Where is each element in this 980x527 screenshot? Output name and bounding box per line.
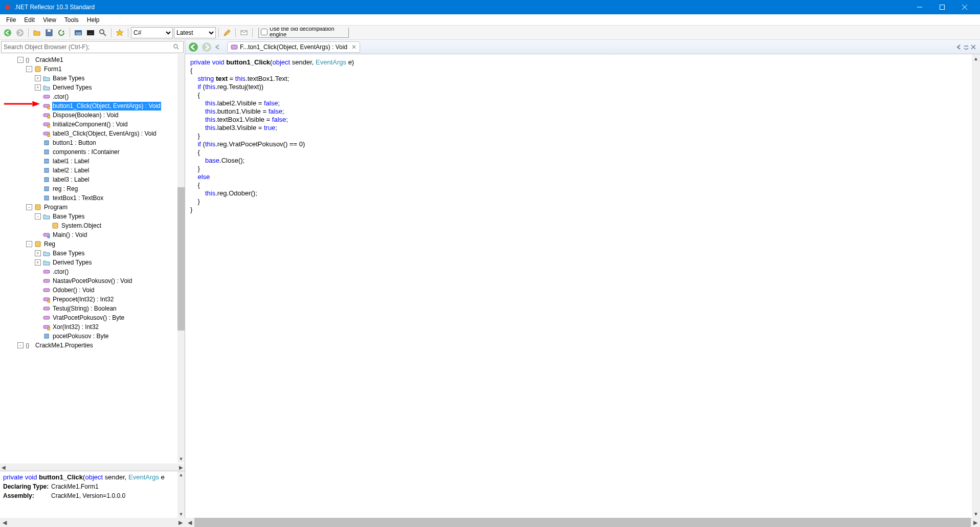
tree-expander[interactable]: - bbox=[26, 66, 32, 72]
tree-item[interactable]: -{}CrackMe1 bbox=[0, 55, 177, 64]
right-hscroll-right[interactable]: ▶ bbox=[971, 518, 980, 527]
tree-item[interactable]: pocetPokusov : Byte bbox=[0, 332, 177, 341]
nav-back-button[interactable] bbox=[2, 27, 13, 38]
left-hscroll[interactable]: ◀ ▶ bbox=[0, 518, 185, 527]
nav-fwd-button[interactable] bbox=[14, 27, 26, 38]
tree-expander[interactable]: - bbox=[26, 241, 32, 247]
menu-file[interactable]: File bbox=[2, 15, 20, 25]
code-scroll-up[interactable]: ▲ bbox=[972, 54, 980, 62]
methodp-icon bbox=[43, 112, 50, 119]
tree-expander[interactable]: + bbox=[35, 250, 41, 256]
code-vscroll[interactable]: ▲ ▼ bbox=[972, 54, 980, 518]
left-hscroll-right[interactable]: ▶ bbox=[176, 518, 185, 527]
tree-scroll-down[interactable]: ▼ bbox=[177, 455, 185, 463]
details-scroll-up[interactable]: ▲ bbox=[177, 471, 185, 478]
tree-item[interactable]: -Program bbox=[0, 203, 177, 212]
search-icon[interactable] bbox=[97, 27, 108, 38]
code-tab[interactable]: F...ton1_Click(Object, EventArgs) : Void… bbox=[227, 41, 360, 53]
tree-item[interactable]: button1_Click(Object, EventArgs) : Void bbox=[0, 101, 177, 111]
tree-item[interactable]: label3 : Label bbox=[0, 175, 177, 184]
tree-item[interactable]: .ctor() bbox=[0, 267, 177, 276]
search-input[interactable]: Search Object Browser (Ctrl-F); bbox=[1, 41, 184, 53]
code-nav-back[interactable] bbox=[187, 41, 199, 53]
tree-item[interactable]: +Derived Types bbox=[0, 83, 177, 92]
code-icon[interactable]: ··· bbox=[85, 27, 96, 38]
tree-item[interactable]: .ctor() bbox=[0, 92, 177, 101]
ab-icon[interactable]: AB bbox=[73, 27, 84, 38]
tree-item[interactable]: +Base Types bbox=[0, 74, 177, 83]
minimize-button[interactable] bbox=[908, 0, 931, 14]
tree-item[interactable]: NastavPocetPokusov() : Void bbox=[0, 276, 177, 286]
tab-prev-icon[interactable] bbox=[956, 45, 962, 50]
engine-checkbox[interactable]: Use the old decompilation engine bbox=[258, 28, 349, 38]
tree-expander[interactable]: - bbox=[26, 204, 32, 210]
code-nav-fwd[interactable] bbox=[201, 41, 213, 53]
tree-expander[interactable]: + bbox=[35, 259, 41, 266]
maximize-button[interactable] bbox=[931, 0, 953, 14]
engine-checkbox-input[interactable] bbox=[261, 29, 268, 35]
left-hscroll-left[interactable]: ◀ bbox=[0, 518, 9, 527]
tree-hscroll-right[interactable]: ▶ bbox=[177, 464, 185, 471]
tree-item[interactable]: Testuj(String) : Boolean bbox=[0, 304, 177, 313]
method-icon bbox=[43, 314, 50, 321]
details-scroll-down[interactable]: ▼ bbox=[177, 511, 185, 518]
tree-item[interactable]: components : IContainer bbox=[0, 147, 177, 157]
menu-tools[interactable]: Tools bbox=[60, 15, 83, 25]
tree-expander[interactable]: + bbox=[35, 75, 41, 81]
tree-expander[interactable]: + bbox=[35, 84, 41, 91]
tree-item[interactable]: -{}CrackMe1.Properties bbox=[0, 341, 177, 350]
tree-expander[interactable]: - bbox=[35, 213, 41, 219]
tree-item[interactable]: Xor(Int32) : Int32 bbox=[0, 322, 177, 332]
save-button[interactable] bbox=[43, 27, 55, 38]
menu-edit[interactable]: Edit bbox=[20, 15, 39, 25]
tree-item[interactable]: Dispose(Boolean) : Void bbox=[0, 111, 177, 120]
refresh-button[interactable] bbox=[56, 27, 67, 38]
tab-menu-icon[interactable] bbox=[964, 45, 969, 50]
menu-help[interactable]: Help bbox=[83, 15, 104, 25]
tree-item[interactable]: System.Object bbox=[0, 221, 177, 230]
object-tree[interactable]: -{}CrackMe1-Form1+Base Types+Derived Typ… bbox=[0, 54, 177, 351]
pencil-icon[interactable] bbox=[221, 27, 233, 38]
menu-view[interactable]: View bbox=[39, 15, 60, 25]
open-button[interactable] bbox=[31, 27, 42, 38]
tree-item[interactable]: label1 : Label bbox=[0, 157, 177, 166]
svg-rect-45 bbox=[48, 300, 50, 302]
tree-item[interactable]: label3_Click(Object, EventArgs) : Void bbox=[0, 129, 177, 138]
tree-item[interactable]: button1 : Button bbox=[0, 138, 177, 147]
close-tab-icon[interactable]: ✕ bbox=[351, 43, 357, 51]
tree-item[interactable]: +Base Types bbox=[0, 249, 177, 258]
tree-item[interactable]: textBox1 : TextBox bbox=[0, 193, 177, 203]
tree-expander[interactable]: - bbox=[17, 57, 24, 63]
details-vscroll[interactable]: ▲ ▼ bbox=[177, 471, 185, 518]
tree-item[interactable]: VratPocetPokusov() : Byte bbox=[0, 313, 177, 322]
tree-item[interactable]: -Reg bbox=[0, 239, 177, 249]
close-all-icon[interactable] bbox=[971, 45, 976, 50]
right-hscroll[interactable]: ◀ ▶ bbox=[185, 518, 980, 527]
tree-hscroll[interactable]: ◀ ▶ bbox=[0, 464, 185, 471]
code-view[interactable]: private void button1_Click(object sender… bbox=[185, 54, 972, 518]
tree-item[interactable]: Main() : Void bbox=[0, 230, 177, 239]
tree-item[interactable]: +Derived Types bbox=[0, 258, 177, 267]
tree-item-label: Base Types bbox=[52, 74, 85, 83]
details-pane: private void button1_Click(object sender… bbox=[0, 471, 185, 518]
star-icon[interactable] bbox=[114, 27, 125, 38]
folder-icon bbox=[43, 75, 50, 82]
tree-item[interactable]: label2 : Label bbox=[0, 166, 177, 175]
tree-scroll-thumb[interactable] bbox=[177, 187, 185, 331]
tree-expander[interactable]: - bbox=[17, 342, 24, 348]
right-hscroll-left[interactable]: ◀ bbox=[185, 518, 194, 527]
tree-item[interactable]: InitializeComponent() : Void bbox=[0, 120, 177, 129]
tree-hscroll-left[interactable]: ◀ bbox=[0, 464, 7, 471]
code-nav-dropdown[interactable] bbox=[214, 41, 222, 53]
version-select[interactable]: Latest bbox=[174, 27, 216, 38]
tree-item[interactable]: reg : Reg bbox=[0, 184, 177, 193]
tree-item[interactable]: -Base Types bbox=[0, 212, 177, 221]
tree-item[interactable]: Odober() : Void bbox=[0, 286, 177, 295]
tree-item[interactable]: -Form1 bbox=[0, 64, 177, 74]
mail-icon[interactable] bbox=[238, 27, 250, 38]
close-button[interactable] bbox=[953, 0, 976, 14]
tree-item[interactable]: Prepocet(Int32) : Int32 bbox=[0, 295, 177, 304]
tree-expander bbox=[35, 232, 41, 238]
code-scroll-down[interactable]: ▼ bbox=[972, 510, 980, 518]
language-select[interactable]: C# bbox=[131, 27, 173, 38]
